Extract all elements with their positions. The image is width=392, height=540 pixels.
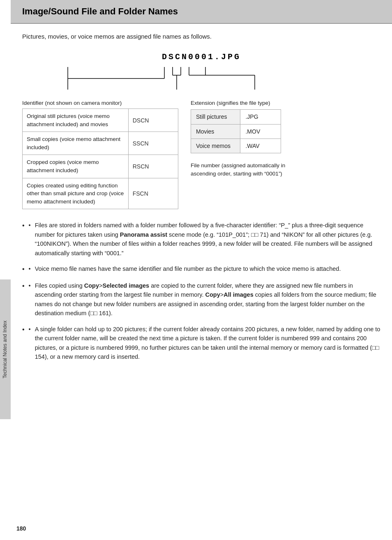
row-description: Small copies (voice memo attachment incl…: [23, 132, 129, 155]
table-row: Voice memos.WAV: [191, 138, 281, 153]
ext-value: .JPG: [240, 110, 281, 124]
bullet-marker: •: [29, 264, 31, 275]
bullet-list: •Files are stored in folders named with …: [22, 221, 380, 361]
file-number-note: File number (assigned automatically in a…: [191, 162, 289, 178]
page-header: Image/Sound File and Folder Names: [11, 0, 392, 24]
identifier-table: Original still pictures (voice memo atta…: [22, 108, 178, 209]
extension-label: Extension (signifies the file type): [191, 99, 380, 107]
list-item: •Files are stored in folders named with …: [22, 221, 380, 258]
side-tab: Technical Notes and Index: [0, 279, 11, 419]
ext-value: .MOV: [240, 124, 281, 138]
bullet-marker: •: [29, 281, 31, 318]
left-section: Identifier (not shown on camera monitor)…: [22, 99, 178, 210]
filename-diagram: DSCN0001.JPG: [22, 51, 380, 96]
bullet-marker: •: [29, 221, 31, 258]
list-item-text: Files are stored in folders named with a…: [35, 221, 380, 258]
row-description: Cropped copies (voice memo attachment in…: [23, 155, 129, 178]
row-description: Copies created using editing function ot…: [23, 178, 129, 209]
filename-display: DSCN0001.JPG: [162, 52, 241, 62]
side-tab-label: Technical Notes and Index: [2, 321, 9, 378]
table-row: Movies.MOV: [191, 124, 281, 138]
list-item: •A single folder can hold up to 200 pict…: [22, 325, 380, 362]
row-code: SSCN: [128, 132, 178, 155]
page-number: 180: [16, 524, 26, 533]
table-row: Original still pictures (voice memo atta…: [23, 109, 178, 132]
identifier-label: Identifier (not shown on camera monitor): [22, 99, 178, 107]
bullet-marker: •: [29, 325, 31, 362]
right-section: Extension (signifies the file type) Stil…: [191, 99, 380, 178]
row-code: DSCN: [128, 109, 178, 132]
list-item-text: Voice memo file names have the same iden…: [35, 264, 341, 275]
row-description: Original still pictures (voice memo atta…: [23, 109, 129, 132]
list-item: •Voice memo file names have the same ide…: [22, 264, 380, 275]
ext-label: Still pictures: [191, 110, 240, 124]
table-row: Small copies (voice memo attachment incl…: [23, 132, 178, 155]
page-title: Image/Sound File and Folder Names: [22, 5, 380, 18]
table-row: Still pictures.JPG: [191, 110, 281, 124]
table-row: Cropped copies (voice memo attachment in…: [23, 155, 178, 178]
row-code: RSCN: [128, 155, 178, 178]
ext-label: Voice memos: [191, 138, 240, 153]
extension-table: Still pictures.JPGMovies.MOVVoice memos.…: [191, 109, 281, 153]
diagram-area: Identifier (not shown on camera monitor)…: [22, 99, 380, 210]
list-item: •Files copied using Copy>Selected images…: [22, 281, 380, 318]
ext-label: Movies: [191, 124, 240, 138]
intro-paragraph: Pictures, movies, or voice memos are ass…: [22, 32, 380, 41]
table-row: Copies created using editing function ot…: [23, 178, 178, 209]
diagram-connectors: [25, 67, 378, 96]
main-content: Pictures, movies, or voice memos are ass…: [11, 24, 392, 385]
list-item-text: Files copied using Copy>Selected images …: [35, 281, 380, 318]
ext-value: .WAV: [240, 138, 281, 153]
list-item-text: A single folder can hold up to 200 pictu…: [35, 325, 380, 362]
row-code: FSCN: [128, 178, 178, 209]
